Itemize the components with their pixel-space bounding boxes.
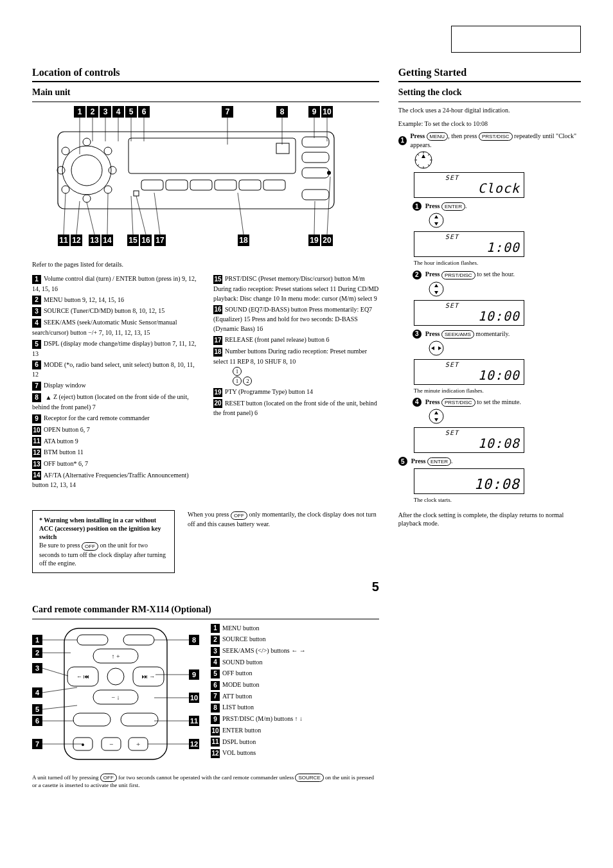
lcd-clock: SET Clock [414,172,524,198]
svg-text:5: 5 [35,705,39,713]
list-item: 16SOUND (EQ7/D-BASS) button Press moment… [213,305,379,334]
svg-point-34 [104,147,112,155]
item-number: 9 [211,715,220,724]
svg-text:7: 7 [226,107,230,116]
svg-point-39 [57,166,65,174]
source-button-label: SOURCE [295,774,323,782]
list-item: 1Volume control dial (turn) / ENTER butt… [32,274,198,294]
item-text: RESET button (located on the front side … [213,400,377,417]
svg-text:↑ +: ↑ + [111,653,120,660]
item-text: SEEK/AMS (seek/Automatic Music Sensor/ma… [32,319,177,336]
clock-after: After the clock setting is complete, the… [398,511,581,527]
lcd-10-00b: SET 10:00 [414,359,524,385]
item-text: SEEK/AMS (</>) buttons [222,647,290,654]
svg-text:6: 6 [35,717,39,725]
list-item: 9Receptor for the card remote commander [32,413,198,423]
eject-icon: ▲ [44,394,53,401]
step5-text: Press ENTER. [411,457,453,466]
item-number: 9 [32,414,41,423]
svg-point-33 [83,138,91,146]
svg-line-113 [42,687,77,693]
step-num-4: 4 [413,398,422,407]
svg-rect-42 [276,143,289,154]
subtitle-main-unit: Main unit [32,87,379,98]
svg-text:1: 1 [35,636,39,644]
lcd-1-00: SET 1:00 [414,231,524,257]
remote-title: Card remote commander RM-X114 (Optional) [32,605,379,615]
svg-text:10: 10 [323,107,332,116]
caution-box: * Warning when installing in a car witho… [32,510,175,572]
list-item: 7Display window [32,380,198,391]
circ-num: 1 [233,376,242,385]
svg-text:2: 2 [35,649,39,657]
svg-text:8: 8 [280,107,285,116]
svg-line-85 [327,177,330,235]
svg-rect-123 [77,635,108,645]
prst-button-label: PRST/DISC [441,271,475,279]
off-button-label: OFF [82,542,98,551]
section-title-getting-started: Getting Started [398,67,581,78]
step-num-3: 3 [413,330,422,339]
off-button-label: OFF [100,774,117,782]
list-item: 8LIST button [211,702,352,713]
item-number: 4 [32,319,41,328]
list-item: 12BTM button 11 [32,447,198,457]
svg-line-83 [238,193,244,235]
item-text: SOUND button [222,659,263,666]
step1-text: Press MENU, then press PRST/DISC repeate… [411,132,582,149]
list-item: 11ATA button 9 [32,436,198,447]
remote-diagram: 1 2 3 4 5 6 7 8 9 [32,623,199,767]
svg-text:12: 12 [72,236,81,245]
item-text: SOURCE button [222,635,266,642]
svg-marker-143 [422,154,425,158]
clock-starts: The clock starts. [414,497,581,503]
arrow-icon: ← → [290,647,306,654]
list-item: 2SOURCE button [211,634,352,644]
main-unit-list-left: 1Volume control dial (turn) / ENTER butt… [32,274,198,491]
svg-text:11: 11 [190,717,198,725]
item-text: MENU button 9, 12, 14, 15, 16 [44,296,124,303]
item-number: 20 [213,399,222,408]
item-number: 7 [32,382,41,391]
item-text: PRST/DISC (Preset memory/Disc/cursor) bu… [213,275,378,302]
item-text: Number buttons During radio reception: P… [213,348,367,365]
svg-rect-30 [58,132,334,209]
item-number: 19 [213,388,222,397]
leftright-icon [428,340,445,357]
list-item: 3SEEK/AMS (</>) buttons ← → [211,646,352,656]
item-number: 13 [32,460,41,469]
svg-text:17: 17 [155,236,164,245]
enter-button-label: ENTER [441,202,465,211]
rule [32,102,379,102]
lcd-10-08: SET 10:08 [414,427,524,453]
svg-text:14: 14 [103,236,112,245]
arrow-icon: ↑ ↓ [293,715,303,722]
svg-marker-149 [434,291,438,294]
list-item: 2MENU button 9, 12, 14, 15, 16 [32,295,198,305]
item-number: 14 [32,471,41,480]
item-text: VOL buttons [222,749,256,756]
circ-num: 2 [243,376,252,385]
cap-minute: The minute indication flashes. [414,387,581,394]
step2-text: Press PRST/DISC to set the hour. [425,270,515,279]
step4-text: Press PRST/DISC to set the minute. [425,398,521,407]
svg-point-142 [415,152,432,168]
main-unit-diagram: 1 2 3 4 5 6 7 8 9 10 [39,106,347,260]
svg-point-38 [62,186,69,193]
list-item: 15PRST/DISC (Preset memory/Disc/cursor) … [213,274,379,303]
item-number: 6 [32,360,41,369]
list-item: 6MODE (*o, radio band select, unit selec… [32,360,198,380]
item-number: 5 [211,669,220,678]
svg-marker-146 [434,222,438,226]
item-number: 17 [213,336,222,345]
item-text: ATT button [222,693,252,700]
svg-point-36 [104,186,112,193]
caution-strong: * Warning when installing in a car witho… [39,517,161,540]
enter-button-label: ENTER [427,457,451,466]
item-number: 7 [211,692,220,701]
list-item: 9PRST/DISC (M/m) buttons ↑ ↓ [211,714,352,724]
item-text: RELEASE (front panel release) button 6 [225,336,329,343]
dial-icon [414,150,433,170]
svg-text:2: 2 [91,107,95,116]
caution-footnote: When you press OFF only momentarily, the… [188,510,379,527]
